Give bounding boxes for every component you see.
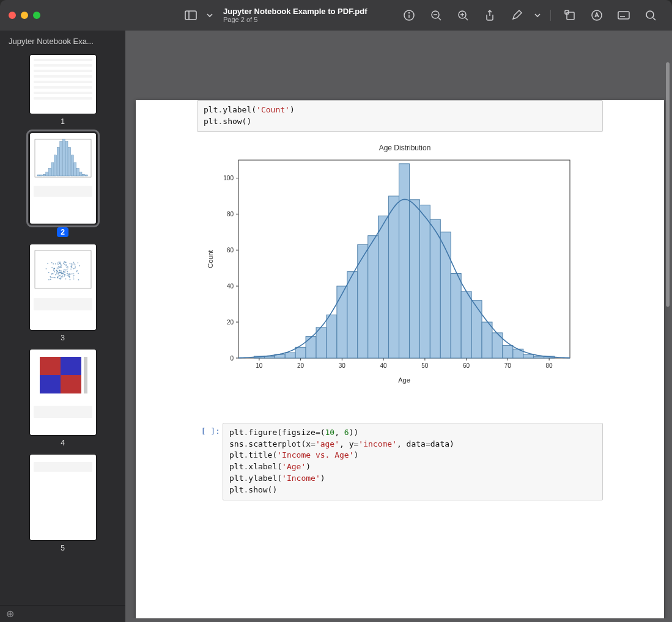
- thumbnail-number: 5: [61, 544, 65, 552]
- svg-point-17: [646, 11, 654, 18]
- svg-rect-20: [37, 175, 40, 176]
- redact-icon[interactable]: [613, 5, 634, 26]
- svg-point-152: [65, 269, 66, 271]
- thumbnail-page-4[interactable]: [30, 349, 96, 435]
- svg-rect-223: [347, 271, 358, 357]
- svg-rect-36: [82, 174, 84, 176]
- svg-rect-232: [440, 232, 451, 358]
- svg-point-126: [62, 276, 63, 277]
- svg-rect-241: [534, 356, 544, 358]
- svg-point-71: [66, 269, 67, 271]
- code-cell-output-tail: plt.ylabel('Count') plt.show(): [197, 100, 603, 132]
- svg-rect-23: [45, 172, 48, 176]
- svg-point-142: [53, 277, 54, 278]
- thumbnail-page-2[interactable]: [30, 133, 96, 224]
- svg-point-159: [54, 268, 55, 269]
- thumbnail-page-3[interactable]: [30, 244, 96, 330]
- svg-point-96: [66, 267, 67, 268]
- svg-point-134: [56, 276, 57, 277]
- svg-point-58: [45, 268, 46, 269]
- svg-point-172: [58, 270, 59, 271]
- sidebar-toggle-button[interactable]: [180, 5, 201, 26]
- highlighter-icon[interactable]: [586, 5, 607, 26]
- svg-point-4: [408, 12, 409, 13]
- svg-point-151: [62, 273, 63, 274]
- svg-rect-26: [54, 155, 56, 176]
- chevron-down-icon[interactable]: [205, 5, 215, 26]
- svg-point-48: [64, 264, 65, 265]
- svg-point-61: [78, 273, 79, 274]
- svg-point-72: [57, 274, 59, 275]
- svg-rect-218: [295, 347, 306, 358]
- rotate-icon[interactable]: [559, 5, 580, 26]
- zoom-out-icon[interactable]: [426, 5, 446, 26]
- svg-point-116: [58, 266, 59, 268]
- svg-rect-32: [71, 155, 73, 176]
- svg-rect-181: [40, 375, 61, 393]
- pdf-page: plt.ylabel('Count') plt.show() Age Distr…: [136, 100, 664, 618]
- svg-rect-27: [57, 147, 59, 176]
- svg-rect-33: [73, 163, 76, 176]
- svg-point-53: [66, 275, 67, 276]
- thumbnail-sidebar: Jupyter Notebook Exa... 12345 ⊕: [0, 31, 125, 622]
- svg-point-144: [47, 263, 48, 264]
- svg-point-139: [57, 264, 59, 265]
- document-title-block: Jupyter Notebook Example to PDF.pdf Page…: [223, 7, 367, 24]
- svg-text:40: 40: [227, 283, 234, 290]
- svg-point-158: [61, 276, 62, 277]
- svg-point-114: [76, 271, 77, 273]
- zoom-icon[interactable]: [33, 12, 40, 19]
- svg-rect-220: [316, 327, 327, 358]
- add-page-icon[interactable]: ⊕: [6, 608, 14, 620]
- svg-point-120: [54, 274, 56, 276]
- svg-point-140: [78, 265, 79, 266]
- page-viewport[interactable]: plt.ylabel('Count') plt.show() Age Distr…: [125, 31, 672, 622]
- search-icon[interactable]: [640, 5, 661, 26]
- svg-point-84: [72, 265, 73, 266]
- info-icon[interactable]: [399, 5, 419, 26]
- svg-rect-231: [430, 219, 440, 358]
- document-title: Jupyter Notebook Example to PDF.pdf: [223, 7, 367, 16]
- svg-point-122: [64, 271, 65, 273]
- svg-rect-236: [482, 322, 492, 358]
- svg-point-173: [51, 274, 52, 275]
- svg-text:60: 60: [227, 247, 234, 254]
- svg-point-46: [77, 262, 78, 263]
- vertical-scrollbar[interactable]: [666, 62, 670, 307]
- svg-point-41: [53, 269, 54, 271]
- svg-point-49: [67, 267, 68, 268]
- thumbnail-number: 1: [61, 117, 65, 126]
- svg-rect-221: [327, 315, 337, 358]
- svg-point-175: [56, 271, 57, 273]
- svg-rect-24: [48, 168, 51, 176]
- svg-point-136: [69, 263, 70, 265]
- svg-point-171: [60, 277, 61, 279]
- svg-point-39: [62, 276, 63, 277]
- thumbnail-page-5[interactable]: [30, 455, 96, 540]
- minimize-icon[interactable]: [21, 12, 28, 19]
- svg-point-154: [59, 263, 60, 264]
- chevron-down-icon[interactable]: [533, 5, 542, 26]
- thumbnail-page-1[interactable]: [30, 55, 96, 114]
- svg-point-130: [68, 276, 69, 277]
- svg-text:40: 40: [380, 362, 388, 369]
- share-icon[interactable]: [479, 5, 500, 26]
- svg-point-78: [53, 263, 54, 265]
- svg-point-79: [67, 274, 68, 276]
- svg-point-105: [66, 273, 67, 274]
- svg-line-9: [465, 18, 468, 20]
- svg-point-108: [63, 271, 64, 272]
- svg-point-74: [68, 274, 70, 276]
- svg-point-66: [72, 276, 73, 277]
- svg-point-45: [56, 263, 57, 264]
- markup-icon[interactable]: [506, 5, 527, 26]
- svg-text:20: 20: [297, 362, 305, 369]
- svg-point-69: [65, 279, 66, 280]
- svg-point-141: [59, 262, 61, 263]
- svg-point-162: [60, 266, 61, 267]
- toolbar-right: [399, 5, 672, 26]
- close-icon[interactable]: [9, 12, 16, 19]
- zoom-in-icon[interactable]: [452, 5, 473, 26]
- svg-point-57: [78, 279, 79, 280]
- histogram-chart: Age Distribution020406080100102030405060…: [203, 142, 582, 386]
